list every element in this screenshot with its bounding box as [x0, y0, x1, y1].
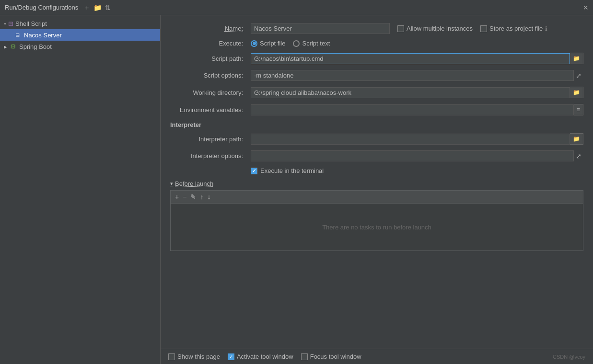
execute-terminal-row: Execute in the terminal	[170, 167, 583, 174]
form-body: Name: Allow multiple instances Store as …	[161, 15, 593, 349]
script-file-label: Script file	[260, 40, 285, 47]
interpreter-path-row: Interpreter path: 📁	[170, 133, 583, 145]
before-launch-section: ▾ Before launch + − ✎ ↑ ↓ There are no t…	[170, 180, 583, 251]
interpreter-options-row: Interpreter options: ⤢	[170, 150, 583, 161]
info-icon: ℹ	[545, 25, 547, 32]
script-path-browse-button[interactable]: 📁	[570, 53, 583, 64]
script-text-radio[interactable]	[293, 40, 300, 47]
interpreter-section: Interpreter	[170, 121, 583, 128]
before-launch-arrow: ▾	[170, 181, 173, 187]
before-launch-edit-button[interactable]: ✎	[189, 192, 198, 202]
folder-icon[interactable]: 📁	[93, 4, 101, 11]
env-variables-input[interactable]	[251, 104, 574, 115]
script-options-input-area: ⤢	[251, 70, 583, 81]
add-config-icon[interactable]: +	[83, 4, 91, 11]
script-options-label: Script options:	[170, 72, 247, 79]
nacos-server-item[interactable]: ⊟ Nacos Server	[0, 29, 160, 41]
env-variables-row: Environment variables: ≡	[170, 104, 583, 115]
before-launch-move-up-button[interactable]: ↑	[198, 192, 205, 202]
dialog-title: Run/Debug Configurations	[5, 4, 78, 11]
script-text-option[interactable]: Script text	[293, 40, 330, 47]
before-launch-add-button[interactable]: +	[174, 192, 180, 202]
title-bar: Run/Debug Configurations + 📁 ⇅ ×	[0, 0, 593, 15]
before-launch-move-down-button[interactable]: ↓	[206, 192, 212, 202]
spring-boot-arrow: ▸	[4, 43, 7, 50]
name-input-area: Allow multiple instances Store as projec…	[251, 23, 583, 34]
interpreter-path-label: Interpreter path:	[170, 136, 247, 143]
shell-script-group[interactable]: ▾ ⊟ Shell Script	[0, 18, 160, 29]
script-text-label: Script text	[302, 40, 330, 47]
script-options-expand-button[interactable]: ⤢	[574, 71, 583, 80]
config-icon: ⊟	[13, 31, 21, 39]
interpreter-path-browse-button[interactable]: 📁	[570, 133, 583, 145]
interpreter-path-input-area: 📁	[251, 133, 583, 145]
activate-tool-checkbox[interactable]	[228, 353, 234, 360]
interpreter-path-input[interactable]	[251, 134, 570, 145]
env-variables-input-area: ≡	[251, 104, 583, 115]
spring-boot-group[interactable]: ▸ ⚙ Spring Boot	[0, 41, 160, 52]
before-launch-header: ▾ Before launch	[170, 180, 583, 187]
allow-multiple-row: Allow multiple instances	[397, 25, 473, 32]
shell-script-arrow: ▾	[4, 21, 6, 26]
store-project-row: Store as project file ℹ	[480, 25, 547, 32]
script-path-label: Script path:	[170, 55, 247, 62]
store-project-label: Store as project file	[489, 25, 543, 32]
shell-script-icon: ⊟	[8, 20, 13, 27]
spring-boot-label: Spring Boot	[19, 43, 52, 50]
script-path-input-area: 📁	[251, 53, 583, 64]
before-launch-toolbar: + − ✎ ↑ ↓	[170, 190, 583, 203]
main-content: ▾ ⊟ Shell Script ⊟ Nacos Server ▸ ⚙ Spri…	[0, 15, 593, 364]
script-file-option[interactable]: Script file	[251, 40, 285, 47]
bottom-bar: Show this page Activate tool window Focu…	[161, 349, 593, 364]
name-row: Name: Allow multiple instances Store as …	[170, 23, 583, 34]
focus-tool-checkbox[interactable]	[301, 353, 308, 360]
nacos-server-label: Nacos Server	[24, 32, 62, 39]
allow-multiple-checkbox[interactable]	[397, 25, 404, 32]
execute-terminal-label: Execute in the terminal	[260, 167, 324, 174]
name-input[interactable]	[251, 23, 390, 34]
interpreter-options-input-area: ⤢	[251, 150, 583, 161]
working-directory-label: Working directory:	[170, 89, 247, 96]
env-variables-browse-button[interactable]: ≡	[574, 104, 583, 115]
execute-row: Execute: Script file Script text	[170, 40, 583, 47]
allow-multiple-label: Allow multiple instances	[407, 25, 473, 32]
interpreter-options-input[interactable]	[251, 150, 574, 161]
script-options-row: Script options: ⤢	[170, 70, 583, 81]
interpreter-options-expand-button[interactable]: ⤢	[574, 151, 583, 161]
sort-icon[interactable]: ⇅	[104, 4, 112, 11]
execute-label: Execute:	[170, 40, 247, 47]
no-tasks-label: There are no tasks to run before launch	[322, 224, 431, 231]
focus-tool-row[interactable]: Focus tool window	[301, 353, 361, 360]
watermark: CSDN @vcoy	[553, 354, 585, 360]
working-directory-input[interactable]	[251, 87, 570, 98]
show-page-label: Show this page	[177, 353, 220, 360]
show-page-row[interactable]: Show this page	[168, 353, 220, 360]
spring-icon: ⚙	[10, 43, 16, 50]
script-file-radio[interactable]	[251, 40, 257, 47]
activate-tool-label: Activate tool window	[237, 353, 293, 360]
show-page-checkbox[interactable]	[168, 353, 175, 360]
env-variables-label: Environment variables:	[170, 106, 247, 114]
script-path-input[interactable]	[251, 53, 570, 64]
activate-tool-row[interactable]: Activate tool window	[228, 353, 293, 360]
interpreter-options-label: Interpreter options:	[170, 152, 247, 159]
working-directory-browse-button[interactable]: 📁	[570, 87, 583, 98]
working-directory-input-area: 📁	[251, 87, 583, 98]
name-label: Name:	[170, 25, 247, 32]
header-options: Allow multiple instances Store as projec…	[397, 25, 547, 32]
before-launch-remove-button[interactable]: −	[181, 192, 188, 202]
interpreter-header: Interpreter	[170, 121, 201, 128]
bottom-left: Show this page Activate tool window Focu…	[168, 353, 361, 360]
focus-tool-label: Focus tool window	[310, 353, 361, 360]
execute-terminal-checkbox[interactable]	[251, 168, 257, 174]
working-directory-row: Working directory: 📁	[170, 87, 583, 98]
close-button[interactable]: ×	[583, 3, 588, 12]
script-path-row: Script path: 📁	[170, 53, 583, 64]
script-options-input[interactable]	[251, 70, 574, 81]
sidebar: ▾ ⊟ Shell Script ⊟ Nacos Server ▸ ⚙ Spri…	[0, 15, 161, 364]
form-panel: Name: Allow multiple instances Store as …	[161, 15, 593, 364]
execute-options: Script file Script text	[251, 40, 330, 47]
shell-script-label: Shell Script	[15, 20, 47, 27]
store-project-checkbox[interactable]	[480, 25, 487, 32]
before-launch-label: Before launch	[175, 180, 213, 187]
